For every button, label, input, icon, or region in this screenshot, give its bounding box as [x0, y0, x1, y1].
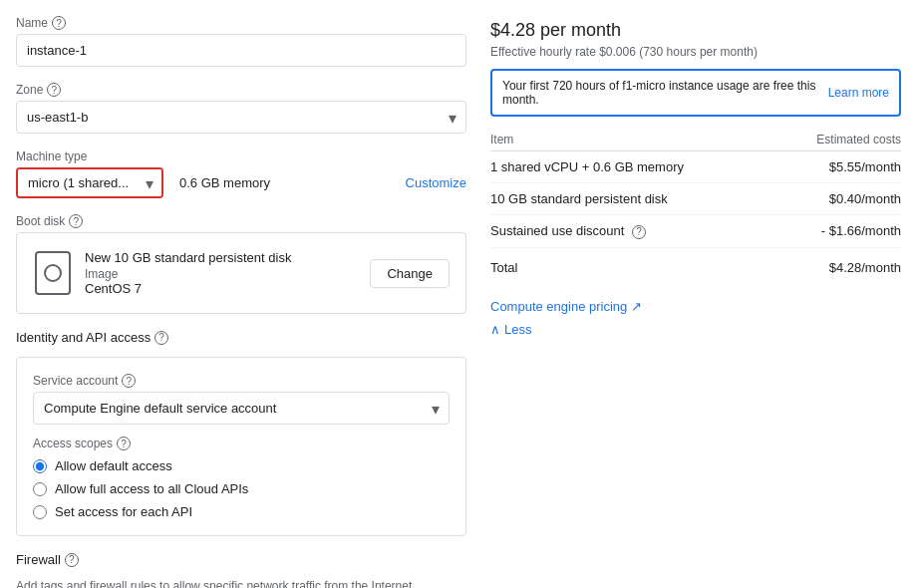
customize-link[interactable]: Customize: [406, 175, 466, 190]
boot-disk-label: Boot disk ?: [16, 214, 466, 228]
disk-icon: [33, 249, 73, 297]
price-hourly: Effective hourly rate $0.006 (730 hours …: [490, 45, 901, 59]
table-row-total: Total $4.28/month: [490, 247, 901, 283]
memory-text: 0.6 GB memory: [179, 175, 270, 190]
table-row: 1 shared vCPU + 0.6 GB memory $5.55/mont…: [490, 151, 901, 183]
firewall-help-icon[interactable]: ?: [65, 553, 79, 567]
identity-section-box: Service account ? Compute Engine default…: [16, 357, 466, 536]
row-item: 10 GB standard persistent disk: [490, 183, 776, 215]
right-panel: $4.28 per month Effective hourly rate $0…: [490, 16, 901, 588]
price-amount: $4.28 per month: [490, 20, 621, 40]
radio-allow-full-label: Allow full access to all Cloud APIs: [55, 481, 248, 496]
identity-field-group: Identity and API access ? Service accoun…: [16, 330, 466, 536]
radio-allow-full-input[interactable]: [33, 482, 47, 496]
boot-disk-field-group: Boot disk ? New 10 GB standard persisten…: [16, 214, 466, 314]
name-label: Name ?: [16, 16, 466, 30]
boot-disk-box: New 10 GB standard persistent disk Image…: [16, 232, 466, 314]
disk-subtitle: Image: [85, 267, 358, 281]
zone-select-wrapper: us-east1-b us-east1-c us-east1-d ▾: [16, 101, 466, 134]
row-cost: $0.40/month: [776, 183, 901, 215]
machine-type-field-group: Machine type micro (1 shared... small (1…: [16, 149, 466, 198]
chevron-up-icon: ∧: [490, 322, 500, 337]
pricing-link[interactable]: Compute engine pricing ↗: [490, 299, 901, 314]
row-discount-cost: - $1.66/month: [776, 215, 901, 248]
radio-set-each-label: Set access for each API: [55, 504, 192, 519]
firewall-section: Firewall ? Add tags and firewall rules t…: [16, 552, 466, 588]
price-display: $4.28 per month: [490, 20, 901, 41]
machine-type-label: Machine type: [16, 149, 466, 163]
radio-allow-full[interactable]: Allow full access to all Cloud APIs: [33, 481, 450, 496]
firewall-desc: Add tags and firewall rules to allow spe…: [16, 579, 466, 588]
identity-section-title: Identity and API access ?: [16, 330, 466, 345]
zone-field-group: Zone ? us-east1-b us-east1-c us-east1-d …: [16, 83, 466, 134]
table-row: 10 GB standard persistent disk $0.40/mon…: [490, 183, 901, 215]
disk-icon-circle: [44, 264, 62, 282]
disk-image: CentOS 7: [85, 281, 358, 296]
table-row-discount: Sustained use discount ? - $1.66/month: [490, 215, 901, 248]
firewall-title: Firewall ?: [16, 552, 466, 567]
col-item-header: Item: [490, 129, 776, 151]
machine-type-row: micro (1 shared... small (1 shared) n1-s…: [16, 167, 466, 198]
service-account-help-icon[interactable]: ?: [122, 374, 136, 388]
name-help-icon[interactable]: ?: [52, 16, 66, 30]
boot-disk-help-icon[interactable]: ?: [69, 214, 83, 228]
row-cost: $5.55/month: [776, 151, 901, 183]
name-input[interactable]: [16, 34, 466, 67]
service-account-select[interactable]: Compute Engine default service account N…: [33, 392, 450, 425]
radio-allow-default[interactable]: Allow default access: [33, 458, 450, 473]
change-button[interactable]: Change: [370, 259, 450, 288]
row-total-item: Total: [490, 247, 776, 283]
disk-icon-inner: [35, 251, 71, 295]
zone-label: Zone ?: [16, 83, 466, 97]
service-account-select-wrapper: Compute Engine default service account N…: [33, 392, 450, 425]
disk-title: New 10 GB standard persistent disk: [85, 250, 358, 265]
name-field-group: Name ?: [16, 16, 466, 67]
radio-allow-default-input[interactable]: [33, 459, 47, 473]
row-total-cost: $4.28/month: [776, 247, 901, 283]
cost-table: Item Estimated costs 1 shared vCPU + 0.6…: [490, 129, 901, 283]
row-discount-item: Sustained use discount ?: [490, 215, 776, 248]
discount-help-icon[interactable]: ?: [632, 225, 646, 239]
radio-set-each[interactable]: Set access for each API: [33, 504, 450, 519]
free-tier-box: Your first 720 hours of f1-micro instanc…: [490, 69, 901, 117]
disk-info: New 10 GB standard persistent disk Image…: [85, 250, 358, 296]
radio-allow-default-label: Allow default access: [55, 458, 172, 473]
service-account-label: Service account ?: [33, 374, 450, 388]
learn-more-link[interactable]: Learn more: [828, 86, 889, 100]
radio-set-each-input[interactable]: [33, 505, 47, 519]
access-scopes-label: Access scopes ?: [33, 437, 450, 450]
left-panel: Name ? Zone ? us-east1-b us-east1-c us-e…: [16, 16, 466, 588]
less-link[interactable]: ∧ Less: [490, 322, 901, 337]
access-scopes-radio-group: Allow default access Allow full access t…: [33, 458, 450, 519]
boot-disk-content: New 10 GB standard persistent disk Image…: [33, 249, 450, 297]
free-tier-text: Your first 720 hours of f1-micro instanc…: [502, 79, 820, 107]
identity-help-icon[interactable]: ?: [154, 331, 168, 345]
zone-select[interactable]: us-east1-b us-east1-c us-east1-d: [16, 101, 466, 134]
external-link-icon: ↗: [631, 299, 642, 314]
col-cost-header: Estimated costs: [776, 129, 901, 151]
access-scopes-help-icon[interactable]: ?: [117, 437, 131, 450]
row-item: 1 shared vCPU + 0.6 GB memory: [490, 151, 776, 183]
zone-help-icon[interactable]: ?: [47, 83, 61, 97]
machine-type-select[interactable]: micro (1 shared... small (1 shared) n1-s…: [18, 169, 161, 196]
machine-type-select-wrapper: micro (1 shared... small (1 shared) n1-s…: [16, 167, 163, 198]
